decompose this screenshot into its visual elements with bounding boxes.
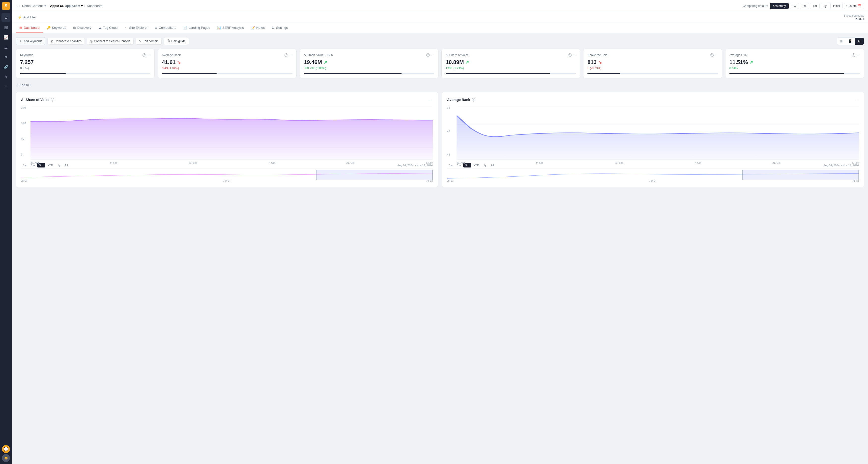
kpi-menu-icon-avg-ctr[interactable]: ⋯ (856, 53, 860, 57)
kpi-change-text-avg-ctr: 0.14% (730, 66, 738, 70)
sidebar-icon-chart[interactable]: 📈 (1, 33, 10, 42)
kpi-info-icon-avg-ctr[interactable]: ? (852, 53, 855, 57)
connect-search-console-button[interactable]: ◎ Connect to Search Console (87, 38, 133, 45)
tab-notes[interactable]: 📝 Notes (247, 23, 268, 33)
tab-discovery[interactable]: ◎ Discovery (70, 23, 95, 33)
compare-initial[interactable]: Initial (830, 3, 843, 9)
chart-body-avg-rank: 35 40 45 (447, 107, 859, 161)
kpi-title-share-of-voice: AI Share of Voice (446, 53, 469, 57)
chart-menu-avg-rank[interactable]: ⋯ (855, 97, 859, 103)
breadcrumb-sep-2: › (48, 4, 49, 8)
svg-rect-5 (316, 170, 433, 180)
kpi-title-traffic-value: AI Traffic Value (USD) (304, 53, 333, 57)
app-logo[interactable]: S (2, 2, 10, 10)
tab-site-explorer-label: Site Explorer (129, 26, 148, 30)
help-guide-button[interactable]: ⓘ Help guide (163, 37, 189, 45)
period-1w-ar[interactable]: 1w (447, 163, 455, 168)
breadcrumb: ⌂ › Demo Content ▾ › Apple US apple.com … (16, 4, 741, 8)
tab-settings[interactable]: ⚙ Settings (268, 23, 291, 33)
kpi-bar-above-fold (587, 73, 718, 74)
kpi-menu-icon-share-of-voice[interactable]: ⋯ (572, 53, 576, 57)
kpi-title-avg-rank: Average Rank (162, 53, 181, 57)
view-mobile-button[interactable]: 📱 (846, 38, 855, 45)
edit-domain-button[interactable]: ✎ Edit domain (135, 38, 162, 45)
period-1w-sov[interactable]: 1w (21, 163, 29, 168)
sidebar-icon-chat[interactable]: 💬 (2, 445, 10, 453)
kpi-info-icon-share-of-voice[interactable]: ? (568, 53, 571, 57)
tab-landing-pages-label: Landing Pages (189, 26, 210, 30)
chart-svg-container-avg-rank: 26. Aug 9. Sep 23. Sep 7. Oct 21. Oct 4.… (457, 107, 859, 161)
breadcrumb-apple-label: Apple US (50, 4, 64, 8)
tab-serp-analysis[interactable]: 📊 SERP Analysis (214, 23, 247, 33)
add-keywords-button[interactable]: ＋ Add keywords (16, 37, 45, 45)
tab-landing-pages[interactable]: 📄 Landing Pages (180, 23, 214, 33)
add-kpi-label: + Add KPI (17, 83, 31, 87)
kpi-arrow-above-fold: ↘ (598, 60, 602, 65)
breadcrumb-domain: apple.com (65, 4, 80, 8)
search-console-icon: ◎ (90, 39, 92, 43)
main-area: ⌂ › Demo Content ▾ › Apple US apple.com … (12, 0, 868, 464)
kpi-actions-avg-rank: ? ⋯ (284, 53, 292, 57)
kpi-menu-icon-above-fold[interactable]: ⋯ (715, 53, 718, 57)
sidebar-icon-flag[interactable]: ⚑ (1, 53, 10, 61)
breadcrumb-sep-3: › (84, 4, 85, 8)
connect-analytics-button[interactable]: ◎ Connect to Analytics (47, 38, 85, 45)
compare-1w[interactable]: 1w (790, 3, 799, 9)
compare-yesterday[interactable]: Yesterday (770, 3, 789, 9)
tab-settings-label: Settings (276, 26, 288, 30)
x-label-ar-1: 9. Sep (536, 162, 543, 164)
view-desktop-button[interactable]: 🖥 (837, 38, 846, 45)
kpi-menu-icon-avg-rank[interactable]: ⋯ (289, 53, 292, 57)
kpi-menu-icon-keywords[interactable]: ⋯ (147, 53, 150, 57)
saved-segments-dropdown[interactable]: Saved segments Default (844, 14, 864, 21)
breadcrumb-demo-content[interactable]: Demo Content (22, 4, 43, 8)
chart-header-avg-rank: Average Rank ? ⋯ (447, 97, 859, 103)
compare-1m[interactable]: 1m (810, 3, 820, 9)
y-label-15m: 15M (21, 107, 29, 109)
tab-tag-cloud-label: Tag Cloud (103, 26, 118, 30)
add-filter-button[interactable]: ⚡ Add filter (16, 14, 38, 20)
avatar[interactable]: 🐱 (2, 454, 10, 462)
compare-2w[interactable]: 2w (800, 3, 809, 9)
kpi-card-above-fold: Above the Fold ? ⋯ 813 ↘ 6 (-0.73%) (583, 49, 722, 78)
chart-menu-sov[interactable]: ⋯ (428, 97, 433, 103)
sidebar-icon-dashboard[interactable]: ▦ (1, 23, 10, 32)
kpi-info-icon-traffic-value[interactable]: ? (426, 53, 430, 57)
kpi-info-icon-above-fold[interactable]: ? (710, 53, 714, 57)
kpi-title-keywords: Keywords (20, 53, 33, 57)
tab-site-explorer-icon: ↔ (124, 26, 128, 30)
view-all-button[interactable]: All (855, 38, 864, 45)
sidebar-icon-list[interactable]: ☰ (1, 43, 10, 52)
chart-svg-avg-rank (457, 107, 859, 161)
home-breadcrumb-icon[interactable]: ⌂ (16, 4, 18, 8)
kpi-header-traffic-value: AI Traffic Value (USD) ? ⋯ (304, 53, 434, 57)
compare-custom[interactable]: Custom📅 (844, 3, 864, 9)
sidebar-icon-upload[interactable]: ↑ (1, 82, 10, 91)
connect-analytics-label: Connect to Analytics (55, 39, 82, 43)
kpi-info-icon-keywords[interactable]: ? (143, 53, 146, 57)
add-kpi-button[interactable]: + Add KPI (16, 82, 864, 88)
tab-dashboard[interactable]: ▦ Dashboard (16, 23, 43, 33)
kpi-value-avg-rank: 41.61 ↘ (162, 59, 292, 65)
breadcrumb-apple-us[interactable]: Apple US apple.com ▾ (50, 4, 83, 8)
sidebar-icon-link[interactable]: 🔗 (1, 62, 10, 71)
sidebar-icon-pencil[interactable]: ✎ (1, 72, 10, 81)
tab-keywords[interactable]: 🔑 Keywords (43, 23, 70, 33)
kpi-card-keywords: Keywords ? ⋯ 7,257 0 (0%) (16, 49, 155, 78)
chart-info-icon-avg-rank[interactable]: ? (472, 98, 475, 102)
chart-info-icon-sov[interactable]: ? (51, 98, 54, 102)
kpi-header-above-fold: Above the Fold ? ⋯ (587, 53, 718, 57)
kpi-arrow-avg-rank: ↘ (177, 60, 181, 65)
x-axis-avg-rank: 26. Aug 9. Sep 23. Sep 7. Oct 21. Oct 4.… (457, 162, 859, 164)
tab-competitors[interactable]: ⊕ Competitors (151, 23, 180, 33)
kpi-menu-icon-traffic-value[interactable]: ⋯ (431, 53, 434, 57)
chart-svg-sov (30, 107, 433, 161)
tab-tag-cloud[interactable]: ☁ Tag Cloud (95, 23, 121, 33)
kpi-header-avg-ctr: Average CTR ? ⋯ (730, 53, 860, 57)
breadcrumb-dashboard: Dashboard (87, 4, 103, 8)
mini-x-0-sov: Jul '23 (21, 180, 28, 182)
kpi-info-icon-avg-rank[interactable]: ? (284, 53, 288, 57)
compare-1y[interactable]: 1y (821, 3, 829, 9)
sidebar-icon-home[interactable]: ⌂ (1, 13, 10, 22)
tab-site-explorer[interactable]: ↔ Site Explorer (121, 23, 151, 33)
